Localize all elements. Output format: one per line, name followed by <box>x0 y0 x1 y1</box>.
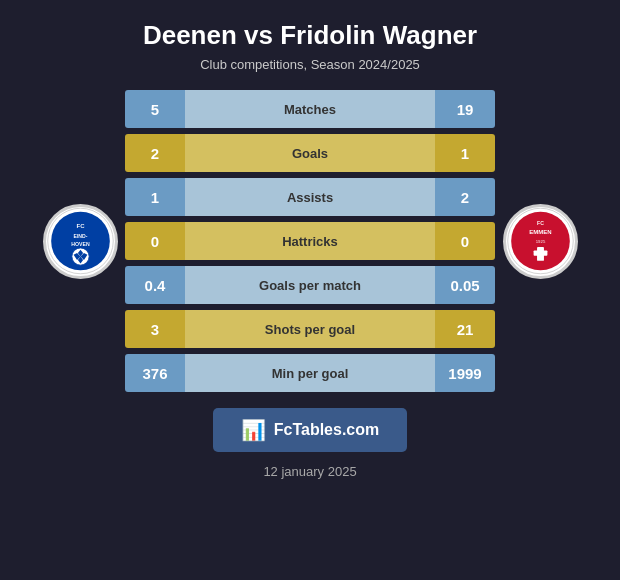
stat-right-value-4: 0.05 <box>435 266 495 304</box>
stat-left-value-0: 5 <box>125 90 185 128</box>
stat-label-5: Shots per goal <box>185 310 435 348</box>
team-logo-right: FC EMMEN 1925 <box>495 204 585 279</box>
stat-label-6: Min per goal <box>185 354 435 392</box>
stat-left-value-3: 0 <box>125 222 185 260</box>
svg-text:1925: 1925 <box>535 239 545 244</box>
date-label: 12 january 2025 <box>263 464 356 479</box>
stat-row-min-per-goal: 376Min per goal1999 <box>125 354 495 392</box>
chart-icon: 📊 <box>241 418 266 442</box>
stat-label-4: Goals per match <box>185 266 435 304</box>
stat-row-hattricks: 0Hattricks0 <box>125 222 495 260</box>
stat-row-goals-per-match: 0.4Goals per match0.05 <box>125 266 495 304</box>
fctables-banner: 📊 FcTables.com <box>213 408 408 452</box>
stat-left-value-4: 0.4 <box>125 266 185 304</box>
svg-text:FC: FC <box>76 223 85 229</box>
team-logo-left: FC EIND- HOVEN <box>35 204 125 279</box>
page-container: Deenen vs Fridolin Wagner Club competiti… <box>0 0 620 580</box>
stat-left-value-1: 2 <box>125 134 185 172</box>
stat-label-0: Matches <box>185 90 435 128</box>
stat-right-value-0: 19 <box>435 90 495 128</box>
stat-row-shots-per-goal: 3Shots per goal21 <box>125 310 495 348</box>
stat-right-value-3: 0 <box>435 222 495 260</box>
stats-container: 5Matches192Goals11Assists20Hattricks00.4… <box>125 90 495 392</box>
stat-left-value-2: 1 <box>125 178 185 216</box>
stat-right-value-5: 21 <box>435 310 495 348</box>
stat-row-assists: 1Assists2 <box>125 178 495 216</box>
stat-right-value-6: 1999 <box>435 354 495 392</box>
stat-label-1: Goals <box>185 134 435 172</box>
svg-text:FC: FC <box>537 220 544 226</box>
stat-label-3: Hattricks <box>185 222 435 260</box>
eindhoven-logo: FC EIND- HOVEN <box>43 204 118 279</box>
page-title: Deenen vs Fridolin Wagner <box>143 20 477 51</box>
stat-row-matches: 5Matches19 <box>125 90 495 128</box>
fctables-label: FcTables.com <box>274 421 380 439</box>
svg-rect-16 <box>533 250 547 255</box>
stat-right-value-1: 1 <box>435 134 495 172</box>
stat-right-value-2: 2 <box>435 178 495 216</box>
stat-left-value-5: 3 <box>125 310 185 348</box>
svg-text:EMMEN: EMMEN <box>529 229 551 235</box>
page-subtitle: Club competitions, Season 2024/2025 <box>200 57 420 72</box>
stat-label-2: Assists <box>185 178 435 216</box>
stat-left-value-6: 376 <box>125 354 185 392</box>
stat-row-goals: 2Goals1 <box>125 134 495 172</box>
emmen-logo: FC EMMEN 1925 <box>503 204 578 279</box>
svg-text:HOVEN: HOVEN <box>71 241 90 247</box>
svg-text:EIND-: EIND- <box>73 233 87 239</box>
main-content: FC EIND- HOVEN 5Matches192Goals11Assists… <box>10 90 610 392</box>
